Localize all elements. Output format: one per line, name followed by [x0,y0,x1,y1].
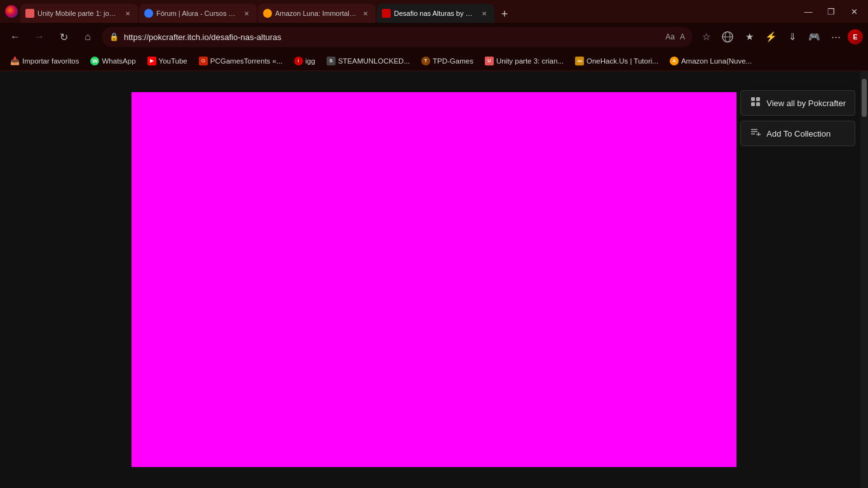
amazonluna-favicon: A [670,57,679,65]
onehack-label: OneHack.Us | Tutori... [587,57,658,65]
view-all-icon [750,96,761,110]
lock-icon: 🔒 [109,32,119,41]
content-area: View all by Pokcrafter Add To Collection [0,71,868,488]
svg-rect-3 [751,97,755,101]
url-display: https://pokcrafter.itch.io/desafio-nas-a… [124,32,660,42]
tpd-favicon: T [421,57,430,65]
tab-amazon-title: Amazon Luna: Immortals Fenyx f... [275,10,357,17]
whatsapp-favicon: W [90,57,99,65]
pcgames-favicon: G [199,57,208,65]
downloads-icon[interactable]: ⇓ [783,27,802,46]
address-bar[interactable]: 🔒 https://pokcrafter.itch.io/desafio-nas… [102,27,693,47]
tab-amazon-close[interactable]: ✕ [360,8,370,18]
read-aloud-icon[interactable]: A [680,32,685,41]
favorites-icon[interactable]: ☆ [696,27,715,46]
titlebar: Unity Mobile parte 1: jogos para... ✕ Fó… [0,0,868,23]
steamunlocked-favicon: S [327,57,336,65]
maximize-button[interactable]: ❐ [822,3,840,20]
steamunlocked-label: STEAMUNLOCKED... [338,57,410,65]
tab-unity-title: Unity Mobile parte 1: jogos para... [37,10,119,17]
scrollbar-thumb[interactable] [862,79,867,117]
tpd-label: TPD-Games [433,57,473,65]
amazonluna-label: Amazon Luna(Nuve... [681,57,752,65]
game-frame[interactable] [132,92,736,467]
forward-button[interactable]: → [29,27,50,47]
view-all-label: View all by Pokcrafter [766,98,846,108]
profile-globe-icon[interactable] [718,27,737,46]
home-button[interactable]: ⌂ [78,27,98,47]
view-all-button[interactable]: View all by Pokcrafter [740,90,855,116]
extensions-icon[interactable]: ⚡ [761,27,780,46]
youtube-favicon: ▶ [147,57,156,65]
bookmark-importar[interactable]: 📥 Importar favoritos [5,55,84,67]
bookmark-steamunlocked[interactable]: S STEAMUNLOCKED... [322,55,415,67]
collections-icon[interactable]: ★ [740,27,759,46]
unity3-favicon: U [485,57,494,65]
importar-icon: 📥 [10,57,20,65]
bookmark-tpd[interactable]: T TPD-Games [416,55,478,67]
bookmark-youtube[interactable]: ▶ YouTube [142,55,193,67]
profile-initial: E [853,33,857,41]
scrollbar[interactable] [860,71,868,488]
tab-alura-title: Fórum | Alura - Cursos online de... [156,10,238,17]
tab-desafio-close[interactable]: ✕ [479,8,489,18]
add-collection-icon [750,126,761,140]
more-options-icon[interactable]: ⋯ [826,27,845,46]
bookmark-igg[interactable]: i igg [289,55,320,67]
new-tab-button[interactable]: + [496,5,513,23]
igg-favicon: i [294,57,303,65]
profile-button[interactable]: E [848,29,863,44]
add-collection-label: Add To Collection [766,129,831,139]
svg-rect-4 [756,97,760,101]
nav-icons: ☆ ★ ⚡ ⇓ 🎮 ⋯ E [696,27,863,46]
pcgames-label: PCGamesTorrents «... [210,57,283,65]
tab-desafio-title: Desafio nas Alturas by Pok... [394,10,476,17]
bookmark-pcgames[interactable]: G PCGamesTorrents «... [194,55,288,67]
close-button[interactable]: ✕ [845,3,863,20]
igg-label: igg [306,57,315,65]
tab-unity[interactable]: Unity Mobile parte 1: jogos para... ✕ [20,4,138,23]
bookmarks-bar: 📥 Importar favoritos W WhatsApp ▶ YouTub… [0,51,868,71]
translate-icon[interactable]: Aa [665,32,675,41]
games-icon[interactable]: 🎮 [804,27,824,46]
add-to-collection-button[interactable]: Add To Collection [740,121,855,146]
bookmark-whatsapp[interactable]: W WhatsApp [85,55,140,67]
tab-desafio-favicon [382,9,391,18]
svg-rect-6 [756,102,760,106]
youtube-label: YouTube [159,57,187,65]
tab-alura-favicon [144,9,153,18]
tab-unity-close[interactable]: ✕ [123,8,133,18]
browser-logo [5,5,18,18]
back-button[interactable]: ← [5,27,25,47]
unity3-label: Unity parte 3: crian... [496,57,564,65]
svg-rect-8 [751,132,757,133]
whatsapp-label: WhatsApp [102,57,135,65]
tab-alura[interactable]: Fórum | Alura - Cursos online de... ✕ [139,4,257,23]
tab-desafio[interactable]: Desafio nas Alturas by Pok... ✕ [377,4,494,23]
navbar: ← → ↻ ⌂ 🔒 https://pokcrafter.itch.io/des… [0,23,868,51]
bookmark-unity3[interactable]: U Unity parte 3: crian... [480,55,569,67]
tab-amazon-favicon [263,9,272,18]
side-panel: View all by Pokcrafter Add To Collection [740,90,855,146]
window-controls: — ❐ ✕ [799,3,863,20]
svg-rect-7 [751,129,757,130]
importar-label: Importar favoritos [22,57,79,65]
bookmark-amazonluna[interactable]: A Amazon Luna(Nuve... [665,55,757,67]
tab-amazon[interactable]: Amazon Luna: Immortals Fenyx f... ✕ [258,4,376,23]
minimize-button[interactable]: — [799,3,817,20]
reload-button[interactable]: ↻ [53,27,74,47]
bookmark-onehack[interactable]: 1H OneHack.Us | Tutori... [570,55,663,67]
svg-rect-9 [751,133,755,135]
svg-rect-11 [756,134,761,135]
tab-alura-close[interactable]: ✕ [241,8,252,18]
onehack-favicon: 1H [575,57,584,65]
tab-bar: Unity Mobile parte 1: jogos para... ✕ Fó… [20,0,792,23]
tab-unity-favicon [25,9,34,18]
svg-rect-5 [751,102,755,106]
